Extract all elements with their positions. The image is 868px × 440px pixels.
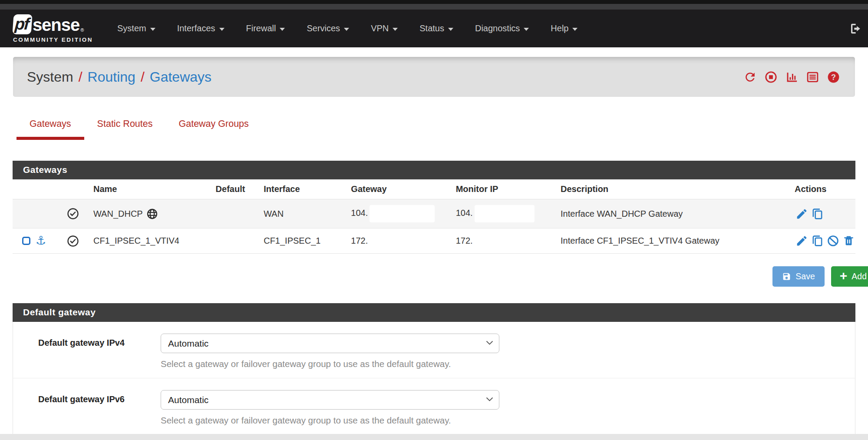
form-row-ipv4: Default gateway IPv4 Automatic Select a … xyxy=(13,322,855,378)
chevron-down-icon xyxy=(150,28,155,31)
sign-out-icon[interactable] xyxy=(849,22,862,35)
tab-gateway-groups[interactable]: Gateway Groups xyxy=(165,119,261,140)
community-edition-label: COMMUNITY EDITION xyxy=(13,36,93,43)
gateway-name: CF1_IPSEC_1_VTIV4 xyxy=(93,236,179,245)
nav-item-label: Interfaces xyxy=(177,23,215,33)
gateway-default-cell xyxy=(211,199,260,228)
edit-icon[interactable] xyxy=(795,208,808,220)
breadcrumb: System / Routing / Gateways xyxy=(27,69,211,85)
default-gateway-ipv4-select[interactable]: Automatic xyxy=(161,334,499,353)
nav-item-label: Firewall xyxy=(246,23,276,33)
add-button[interactable]: + Add xyxy=(831,266,868,287)
breadcrumb-system: System xyxy=(27,69,73,85)
disable-icon[interactable] xyxy=(827,235,839,247)
help-icon[interactable]: ? xyxy=(827,70,840,84)
nav-item-status[interactable]: Status xyxy=(419,23,453,33)
column-header-description: Description xyxy=(556,179,779,199)
pfsense-logo-pf: pf xyxy=(12,14,32,34)
registered-mark: ® xyxy=(80,27,84,33)
breadcrumb-gateways-link[interactable]: Gateways xyxy=(150,69,211,85)
pfsense-logo[interactable]: pf sense ® COMMUNITY EDITION xyxy=(13,14,93,43)
checkbox-icon[interactable] xyxy=(22,237,30,245)
chevron-down-icon xyxy=(393,28,398,31)
check-circle-icon xyxy=(66,207,85,220)
column-header-actions: Actions xyxy=(779,179,855,199)
refresh-icon[interactable] xyxy=(743,70,757,84)
tab-bar: Gateways Static Routes Gateway Groups xyxy=(17,119,868,140)
table-row-cf1-ipsec: ⚓ CF1_IPSEC_1_VTIV4 CF1_IPSEC_1 172. 172… xyxy=(13,228,855,254)
nav-item-label: Diagnostics xyxy=(475,23,520,33)
nav-item-label: System xyxy=(117,23,146,33)
save-button[interactable]: Save xyxy=(772,266,824,287)
table-row-wan-dhcp: WAN_DHCP WAN 104. 104. Interface WAN_DHC… xyxy=(13,199,855,228)
gateway-name: WAN_DHCP xyxy=(93,209,143,219)
page-action-icons: ? xyxy=(743,70,840,84)
window-title-strip xyxy=(0,4,868,10)
chevron-down-icon xyxy=(572,28,578,31)
default-gateway-panel-title: Default gateway xyxy=(13,303,855,322)
default-gateway-ipv4-label: Default gateway IPv4 xyxy=(38,334,161,369)
gateway-description: Interface WAN_DHCP Gateway xyxy=(556,199,779,228)
nav-item-help[interactable]: Help xyxy=(551,23,578,33)
copy-icon[interactable] xyxy=(811,208,824,220)
anchor-icon: ⚓ xyxy=(36,235,46,247)
chevron-down-icon xyxy=(219,28,224,31)
pfsense-logo-sense: sense xyxy=(33,15,79,34)
plus-icon: + xyxy=(840,269,848,282)
svg-text:?: ? xyxy=(831,73,836,81)
default-gateway-ipv6-select[interactable]: Automatic xyxy=(161,390,499,410)
nav-item-interfaces[interactable]: Interfaces xyxy=(177,23,224,33)
nav-item-system[interactable]: System xyxy=(117,23,155,33)
delete-icon[interactable] xyxy=(842,235,855,247)
chevron-down-icon xyxy=(280,28,285,31)
gateway-description: Interface CF1_IPSEC_1_VTIV4 Gateway xyxy=(556,228,779,254)
edit-icon[interactable] xyxy=(795,235,808,247)
tab-static-routes[interactable]: Static Routes xyxy=(84,119,166,140)
chart-bar-icon[interactable] xyxy=(785,70,799,84)
add-button-label: Add xyxy=(851,271,867,281)
chevron-down-icon xyxy=(344,28,349,31)
check-circle-icon xyxy=(66,235,85,248)
default-gateway-ipv6-help: Select a gateway or failover gateway gro… xyxy=(161,415,499,426)
tab-gateways[interactable]: Gateways xyxy=(17,119,84,140)
nav-item-label: VPN xyxy=(371,23,389,33)
gateway-interface: WAN xyxy=(259,199,347,228)
gateway-address: 172. xyxy=(351,236,368,245)
copy-icon[interactable] xyxy=(811,235,824,247)
page-background-strip xyxy=(0,434,868,440)
breadcrumb-separator: / xyxy=(141,69,145,85)
log-list-icon[interactable] xyxy=(806,70,819,84)
column-header-monitor-ip: Monitor IP xyxy=(452,179,556,199)
stop-icon[interactable] xyxy=(764,70,778,84)
nav-menu: System Interfaces Firewall Services VPN … xyxy=(117,23,849,33)
table-header-row: Name Default Interface Gateway Monitor I… xyxy=(13,179,855,199)
redaction-box xyxy=(370,205,435,222)
chevron-down-icon xyxy=(448,28,453,31)
column-header-interface: Interface xyxy=(259,179,347,199)
default-gateway-ipv4-help: Select a gateway or failover gateway gro… xyxy=(161,359,499,369)
gateway-interface: CF1_IPSEC_1 xyxy=(259,228,347,254)
nav-item-firewall[interactable]: Firewall xyxy=(246,23,285,33)
gateways-panel: Gateways Name Default Interface Gateway … xyxy=(13,161,855,254)
globe-icon xyxy=(146,208,158,220)
chevron-down-icon xyxy=(524,28,529,31)
gateways-table: Name Default Interface Gateway Monitor I… xyxy=(13,179,855,254)
save-button-label: Save xyxy=(795,271,815,281)
nav-item-label: Services xyxy=(307,23,340,33)
nav-item-vpn[interactable]: VPN xyxy=(371,23,398,33)
save-icon xyxy=(782,272,791,281)
column-header-default: Default xyxy=(211,179,260,199)
nav-item-label: Status xyxy=(419,23,444,33)
gateway-address: 104. xyxy=(351,208,368,218)
breadcrumb-bar: System / Routing / Gateways ? xyxy=(13,57,855,97)
default-gateway-panel: Default gateway Default gateway IPv4 Aut… xyxy=(13,303,855,435)
nav-item-services[interactable]: Services xyxy=(307,23,349,33)
nav-item-label: Help xyxy=(551,23,568,33)
column-header-icons xyxy=(13,179,89,199)
monitor-ip: 172. xyxy=(456,236,473,245)
nav-item-diagnostics[interactable]: Diagnostics xyxy=(475,23,529,33)
gateways-panel-title: Gateways xyxy=(13,161,855,179)
main-navbar: pf sense ® COMMUNITY EDITION System Inte… xyxy=(0,10,868,47)
column-header-name: Name xyxy=(89,179,211,199)
breadcrumb-routing-link[interactable]: Routing xyxy=(88,69,135,85)
